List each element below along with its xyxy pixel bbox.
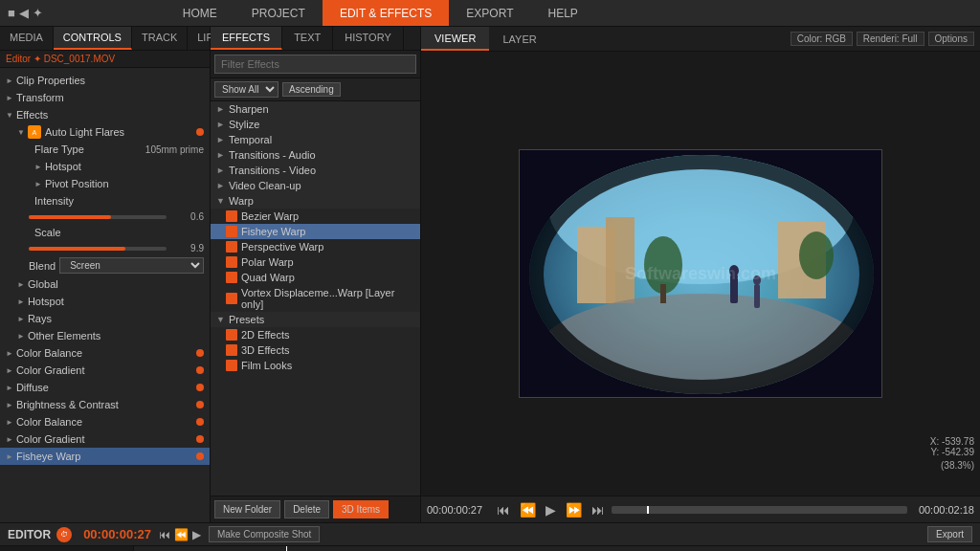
viewer-time-end: 00:00:02:18 — [919, 504, 974, 516]
prop-transform[interactable]: ► Transform — [0, 89, 210, 106]
intensity-slider-container[interactable]: 0.6 — [0, 209, 210, 224]
step-back-button[interactable]: ⏪ — [517, 502, 539, 518]
timeline-area: 00:00:01:00 00:00:02:00 DSC_0017.MOV — [134, 546, 980, 551]
effect-film-looks[interactable]: Film Looks — [211, 358, 420, 373]
category-trans-video-header[interactable]: ► Transitions - Video — [211, 163, 420, 178]
editor-label: Editor ✦ DSC_0017.MOV — [0, 51, 210, 68]
new-folder-button[interactable]: New Folder — [214, 500, 280, 518]
prop-brightness-contrast[interactable]: ► Brightness & Contrast — [0, 396, 210, 413]
tab-export[interactable]: EXPORT — [449, 0, 530, 26]
play-to-out-button[interactable]: ⏭ — [589, 502, 608, 518]
track-labels: ◀◀ ⬚ ⬛ ► Track Name ► ▶▶ Video 1 ► ♪♪ Au… — [0, 546, 134, 551]
options-button[interactable]: Options — [928, 32, 974, 46]
prop-label-bc: Brightness & Contrast — [16, 399, 194, 410]
effects-search-bar — [211, 51, 420, 78]
scale-slider-container[interactable]: 9.9 — [0, 241, 210, 255]
tab-home[interactable]: HOME — [166, 0, 234, 26]
category-sharpen-header[interactable]: ► Sharpen — [211, 101, 420, 117]
play-button[interactable]: ▶ — [543, 502, 559, 518]
color-mode-button[interactable]: Color: RGB — [791, 32, 853, 46]
tab-help[interactable]: HELP — [530, 0, 594, 26]
category-warp-header[interactable]: ▼ Warp — [211, 193, 420, 209]
tab-project[interactable]: PROJECT — [234, 0, 323, 26]
prop-color-gradient-1[interactable]: ► Color Gradient — [0, 362, 210, 379]
prop-pivot-position[interactable]: ► Pivot Position — [0, 175, 210, 192]
prop-auto-light-flares[interactable]: ▼ A Auto Light Flares — [0, 123, 210, 141]
effect-perspective-icon — [226, 241, 237, 253]
effect-2d-effects[interactable]: 2D Effects — [211, 327, 420, 342]
viewer-timeline-bar[interactable] — [612, 506, 907, 514]
composite-shot-button[interactable]: Make Composite Shot — [209, 526, 320, 542]
effect-film-label: Film Looks — [241, 360, 292, 371]
tab-edit-effects[interactable]: EDIT & EFFECTS — [323, 0, 449, 26]
prop-diffuse[interactable]: ► Diffuse — [0, 379, 210, 396]
tab-viewer[interactable]: VIEWER — [421, 27, 489, 51]
tab-controls[interactable]: CONTROLS — [54, 27, 132, 50]
prop-intensity[interactable]: Intensity — [0, 192, 210, 209]
prop-hotspot[interactable]: ► Hotspot — [0, 158, 210, 175]
prop-color-gradient-2[interactable]: ► Color Gradient — [0, 430, 210, 448]
prop-effects[interactable]: ▼ Effects — [0, 106, 210, 123]
category-video-cleanup: ► Video Clean-up — [211, 178, 420, 193]
category-temporal-header[interactable]: ► Temporal — [211, 132, 420, 147]
intensity-slider-fill — [29, 215, 111, 219]
delete-button[interactable]: Delete — [284, 500, 329, 518]
prop-other-elements[interactable]: ► Other Elements — [0, 327, 210, 344]
category-trans-audio-header[interactable]: ► Transitions - Audio — [211, 147, 420, 163]
category-video-cleanup-header[interactable]: ► Video Clean-up — [211, 178, 420, 193]
editor-play-button[interactable]: ▶ — [192, 528, 201, 541]
orange-dot — [196, 452, 204, 460]
prop-label-diffuse: Diffuse — [16, 382, 194, 393]
effect-bezier-warp[interactable]: Bezier Warp — [211, 209, 420, 224]
tab-track[interactable]: TRACK — [132, 27, 188, 50]
viewer-controls-bar: 00:00:00:27 ⏮ ⏪ ▶ ⏩ ⏭ 00:00:02:18 — [421, 496, 980, 522]
editor-export-button[interactable]: Export — [927, 526, 972, 542]
track-header-spacer: ◀◀ ⬚ ⬛ — [0, 546, 133, 551]
effect-quad-warp[interactable]: Quad Warp — [211, 270, 420, 285]
effect-quad-icon — [226, 272, 237, 283]
effect-perspective-warp[interactable]: Perspective Warp — [211, 239, 420, 254]
editor-step-back-button[interactable]: ⏪ — [174, 528, 189, 541]
3d-items-button[interactable]: 3D Items — [333, 500, 389, 518]
tab-text[interactable]: TEXT — [282, 27, 333, 50]
prop-fisheye-warp[interactable]: ► Fisheye Warp — [0, 448, 210, 465]
intensity-slider-track[interactable] — [29, 215, 167, 219]
prop-scale[interactable]: Scale — [0, 224, 210, 241]
prop-hotspot2[interactable]: ► Hotspot — [0, 293, 210, 310]
clock-symbol: ⏱ — [60, 530, 68, 539]
tab-layer[interactable]: LAYER — [489, 27, 549, 51]
step-forward-button[interactable]: ⏩ — [563, 502, 585, 518]
tab-media[interactable]: MEDIA — [0, 27, 54, 50]
prop-global[interactable]: ► Global — [0, 276, 210, 293]
effects-sort-button[interactable]: Ascending — [282, 82, 341, 97]
prop-label-global: Global — [28, 278, 204, 290]
render-mode-button[interactable]: Renderi: Full — [857, 32, 924, 46]
effects-search-input[interactable] — [214, 55, 416, 74]
chevron-right-icon: ► — [216, 181, 225, 190]
effects-filter-select[interactable]: Show All — [214, 81, 278, 98]
prop-rays[interactable]: ► Rays — [0, 310, 210, 327]
prop-color-balance-1[interactable]: ► Color Balance — [0, 344, 210, 362]
effect-vortex-warp[interactable]: Vortex Displaceme...Warp [Layer only] — [211, 285, 420, 312]
editor-play-back-button[interactable]: ⏮ — [159, 528, 170, 541]
orange-dot — [196, 418, 204, 426]
category-stylize-header[interactable]: ► Stylize — [211, 117, 420, 132]
orange-dot — [196, 435, 204, 443]
chevron-right-icon: ► — [216, 165, 225, 175]
prop-color-balance-2[interactable]: ► Color Balance — [0, 413, 210, 430]
scale-slider-track[interactable] — [29, 247, 167, 251]
effect-polar-label: Polar Warp — [241, 256, 294, 268]
effect-fisheye-warp[interactable]: Fisheye Warp — [211, 224, 420, 239]
effect-3d-effects[interactable]: 3D Effects — [211, 342, 420, 358]
prop-clip-properties[interactable]: ► Clip Properties — [0, 72, 210, 89]
prop-flare-type[interactable]: Flare Type 105mm prime — [0, 141, 210, 158]
effect-fisheye-label: Fisheye Warp — [241, 226, 305, 237]
blend-dropdown[interactable]: Screen — [59, 257, 204, 274]
viewer-coordinates: X: -539.78 Y: -542.39 — [930, 436, 974, 457]
category-presets-header[interactable]: ▼ Presets — [211, 312, 420, 327]
tab-effects[interactable]: EFFECTS — [211, 27, 282, 50]
effect-polar-warp[interactable]: Polar Warp — [211, 254, 420, 270]
scale-value: 9.9 — [170, 243, 204, 253]
play-to-in-button[interactable]: ⏮ — [494, 502, 513, 518]
tab-history[interactable]: HISTORY — [333, 27, 404, 50]
